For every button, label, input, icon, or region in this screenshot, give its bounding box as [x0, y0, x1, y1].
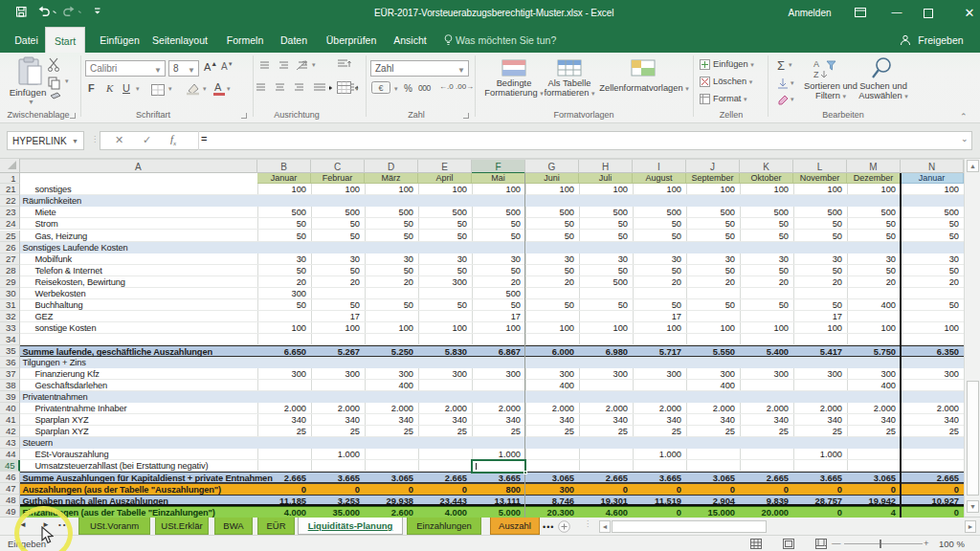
svg-text:Z: Z: [813, 70, 819, 79]
svg-text:€: €: [378, 83, 383, 93]
svg-text:A: A: [813, 59, 819, 69]
